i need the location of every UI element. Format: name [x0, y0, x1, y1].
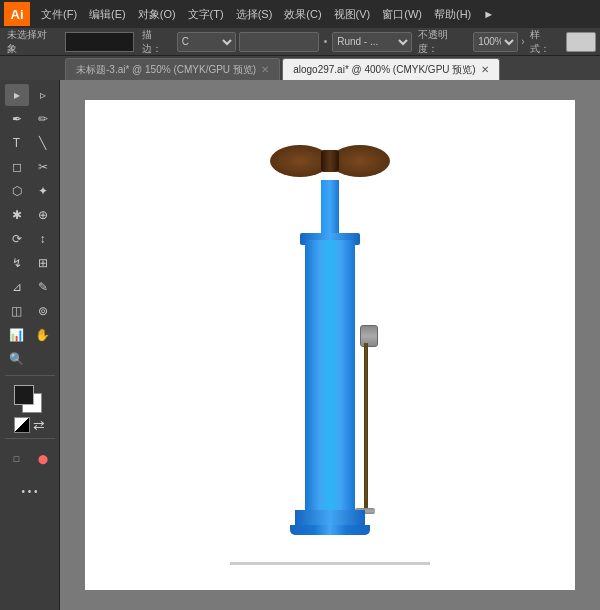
gradient-tool[interactable]: ◫ [5, 300, 29, 322]
foreground-color[interactable] [14, 385, 34, 405]
line-tool[interactable]: ╲ [31, 132, 55, 154]
menu-window[interactable]: 窗口(W) [377, 5, 427, 24]
opacity-select[interactable]: 100% [473, 32, 518, 52]
default-colors-icon[interactable] [14, 417, 30, 433]
menu-help[interactable]: 帮助(H) [429, 5, 476, 24]
pen-tool[interactable]: ✒ [5, 108, 29, 130]
polygon-tool[interactable]: ⬡ [5, 180, 29, 202]
tab-alogo-close[interactable]: ✕ [481, 64, 489, 75]
direct-select-tool[interactable]: ▹ [31, 84, 55, 106]
tool-row-10: ◫ ⊚ [5, 300, 55, 322]
style-preview [566, 32, 596, 52]
toolbar: 未选择对象 描边： C • Rund - ... 不透明度： 100% › 样式… [0, 28, 600, 56]
empty-tool [31, 348, 55, 370]
eyedropper-tool[interactable]: ⊿ [5, 276, 29, 298]
tab-alogo-label: alogo297.ai* @ 400% (CMYK/GPU 预览) [293, 63, 475, 77]
pump-gauge [360, 325, 378, 347]
tab-alogo[interactable]: alogo297.ai* @ 400% (CMYK/GPU 预览) ✕ [282, 58, 499, 80]
measure-tool[interactable]: ✎ [31, 276, 55, 298]
warp-tool[interactable]: ↯ [5, 252, 29, 274]
tool-row-5: ⬡ ✦ [5, 180, 55, 202]
tab-untitled-close[interactable]: ✕ [261, 64, 269, 75]
stroke-select[interactable]: C [177, 32, 236, 52]
pump-handle-center [321, 150, 339, 172]
opacity-label: 不透明度： [415, 28, 471, 56]
more-tools-btn[interactable]: • • • [8, 480, 52, 502]
menu-more[interactable]: ► [478, 6, 499, 22]
scale-tool[interactable]: ↕ [31, 228, 55, 250]
pump-illustration [230, 125, 430, 565]
mode-buttons: □ ⬤ [5, 448, 55, 470]
canvas-area [60, 80, 600, 610]
menu-file[interactable]: 文件(F) [36, 5, 82, 24]
stroke-label: 描边： [139, 28, 175, 56]
main-area: ▸ ▹ ✒ ✏ T ╲ ◻ ✂ ⬡ ✦ ✱ ⊕ ⟳ ↕ ↯ ⊞ [0, 80, 600, 610]
menu-edit[interactable]: 编辑(E) [84, 5, 131, 24]
pencil-tool[interactable]: ✏ [31, 108, 55, 130]
opacity-arrow: › [521, 36, 524, 47]
menu-effects[interactable]: 效果(C) [279, 5, 326, 24]
stroke-group: 描边： C [139, 28, 236, 56]
brush-select[interactable]: Rund - ... [332, 32, 411, 52]
brush-tool[interactable]: ✱ [5, 204, 29, 226]
stroke-width-input[interactable] [239, 32, 318, 52]
pump-body [305, 240, 355, 510]
tool-row-3: T ╲ [5, 132, 55, 154]
pump-shaft [321, 180, 339, 240]
tool-row-11: 📊 ✋ [5, 324, 55, 346]
selection-label: 未选择对象 [4, 28, 60, 56]
dot-separator: • [322, 36, 330, 47]
free-transform-tool[interactable]: ⊞ [31, 252, 55, 274]
tool-row-6: ✱ ⊕ [5, 204, 55, 226]
behind-mode[interactable]: ⬤ [31, 448, 55, 470]
tab-untitled[interactable]: 未标题-3.ai* @ 150% (CMYK/GPU 预览) ✕ [65, 58, 280, 80]
zoom-tool[interactable]: 🔍 [5, 348, 29, 370]
tool-row-4: ◻ ✂ [5, 156, 55, 178]
left-tools-panel: ▸ ▹ ✒ ✏ T ╲ ◻ ✂ ⬡ ✦ ✱ ⊕ ⟳ ↕ ↯ ⊞ [0, 80, 60, 610]
blend-tool[interactable]: ⊚ [31, 300, 55, 322]
canvas-white [85, 100, 575, 590]
hand-tool[interactable]: ✋ [31, 324, 55, 346]
tab-bar: 未标题-3.ai* @ 150% (CMYK/GPU 预览) ✕ alogo29… [0, 56, 600, 80]
style-label: 样式： [527, 28, 563, 56]
tool-divider-1 [5, 375, 55, 376]
menu-object[interactable]: 对象(O) [133, 5, 181, 24]
tab-untitled-label: 未标题-3.ai* @ 150% (CMYK/GPU 预览) [76, 63, 256, 77]
menu-text[interactable]: 文字(T) [183, 5, 229, 24]
color-squares [14, 385, 46, 415]
pump-handle-right [330, 145, 390, 177]
menu-select[interactable]: 选择(S) [231, 5, 278, 24]
scissors-tool[interactable]: ✂ [31, 156, 55, 178]
tool-row-8: ↯ ⊞ [5, 252, 55, 274]
star-tool[interactable]: ✦ [31, 180, 55, 202]
select-tool[interactable]: ▸ [5, 84, 29, 106]
tool-row-7: ⟳ ↕ [5, 228, 55, 250]
rect-tool[interactable]: ◻ [5, 156, 29, 178]
app-logo: Ai [4, 2, 30, 26]
color-preview [65, 32, 134, 52]
chart-tool[interactable]: 📊 [5, 324, 29, 346]
tool-row-1: ▸ ▹ [5, 84, 55, 106]
menu-bar: Ai 文件(F) 编辑(E) 对象(O) 文字(T) 选择(S) 效果(C) 视… [0, 0, 600, 28]
menu-view[interactable]: 视图(V) [329, 5, 376, 24]
swap-colors-icon[interactable]: ⇄ [33, 417, 45, 433]
normal-mode[interactable]: □ [5, 448, 29, 470]
color-box-area: ⇄ [14, 385, 46, 433]
pump-base-foot [290, 525, 370, 535]
type-tool[interactable]: T [5, 132, 29, 154]
rotate-tool[interactable]: ⟳ [5, 228, 29, 250]
color-controls: ⇄ [14, 417, 45, 433]
floor-line [230, 562, 430, 565]
tool-row-9: ⊿ ✎ [5, 276, 55, 298]
tool-row-12: 🔍 [5, 348, 55, 370]
tool-row-2: ✒ ✏ [5, 108, 55, 130]
tool-divider-2 [5, 438, 55, 439]
pump-hose [364, 343, 368, 508]
blob-tool[interactable]: ⊕ [31, 204, 55, 226]
